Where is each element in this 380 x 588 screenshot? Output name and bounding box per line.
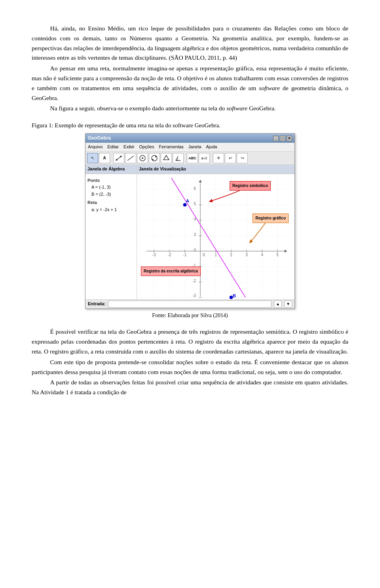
svg-text:-1: -1 [183, 253, 187, 257]
ggb-close-btn[interactable]: ✕ [287, 136, 292, 141]
paragraph-3-start: Na figura a seguir, observa-se o exemplo… [50, 105, 227, 112]
svg-text:-3: -3 [192, 293, 196, 298]
ggb-maximize-btn[interactable]: □ [280, 136, 285, 141]
menu-editar[interactable]: Editar [107, 144, 119, 151]
graph-svg: -1 -2 -3 0 1 2 3 4 5 3 4 5 [137, 174, 294, 299]
svg-text:3: 3 [245, 253, 248, 257]
paragraph-1: Há, ainda, no Ensino Médio, um rico lequ… [32, 24, 348, 63]
svg-text:3: 3 [194, 233, 196, 237]
registro-simbolico-label: Registro simbólico [230, 181, 271, 191]
svg-text:5: 5 [276, 253, 279, 257]
svg-text:5: 5 [194, 202, 196, 206]
paragraph-3-software: software [226, 105, 247, 112]
svg-text:-2: -2 [192, 279, 196, 283]
paragraph-2: Ao pensar em uma reta, normalmente imagi… [32, 64, 348, 103]
figure-source: Fonte: Elaborada por Silva (2014) [32, 311, 348, 320]
svg-point-7 [152, 159, 154, 161]
tool-undo[interactable]: ↩ [225, 153, 236, 163]
viz-panel-header: Janela de Visualização [137, 165, 294, 174]
entrada-label: Entrada: [88, 301, 106, 308]
ggb-statusbar: Entrada: ▲ ▼ [86, 299, 294, 308]
ggb-titlebar: GeoGebra _ □ ✕ [86, 134, 294, 143]
tool-circle2[interactable] [149, 153, 160, 163]
svg-point-1 [116, 159, 118, 161]
menu-opcoes[interactable]: Opções [139, 144, 154, 151]
menu-janela[interactable]: Janela [188, 144, 201, 151]
tool-move[interactable]: ✛ [213, 153, 224, 163]
ggb-toolbar: ↖ A [86, 152, 294, 165]
svg-text:0: 0 [194, 248, 196, 252]
svg-point-5 [142, 157, 143, 159]
svg-text:4: 4 [261, 253, 263, 257]
entrada-input[interactable] [108, 301, 272, 308]
menu-exibir[interactable]: Exibir [124, 144, 135, 151]
ggb-menubar: Arquivo Editar Exibir Opções Ferramentas… [86, 143, 294, 152]
paragraph-2-software: software [259, 85, 280, 91]
svg-line-3 [127, 156, 134, 161]
tool-circle[interactable] [137, 153, 148, 163]
entrada-up-btn[interactable]: ▲ [274, 301, 282, 308]
ggb-algebra-panel: Janela de Álgebra Ponto A = (-1, 3) B = … [86, 165, 137, 299]
svg-text:A: A [186, 199, 189, 203]
tool-cursor[interactable]: ↖ [87, 153, 98, 163]
registro-escrita-label: Registro da escrita algébrica [141, 267, 201, 276]
paragraph-3-end: GeoGebra. [247, 105, 276, 112]
algebra-reta-a: a: y = -2x + 1 [87, 206, 135, 214]
algebra-panel-header: Janela de Álgebra [86, 165, 137, 174]
svg-text:B: B [233, 293, 236, 298]
svg-text:6: 6 [194, 186, 196, 191]
algebra-panel-label: Janela de Álgebra [87, 166, 125, 173]
algebra-point-b: B = (2, -3) [87, 191, 135, 198]
ggb-visualization-panel: Janela de Visualização [137, 165, 294, 299]
ggb-graph: -1 -2 -3 0 1 2 3 4 5 3 4 5 [137, 174, 294, 299]
algebra-section-reta: Reta [87, 199, 135, 206]
svg-point-8 [155, 156, 157, 157]
tool-abc[interactable]: ABC [187, 153, 198, 163]
svg-text:1: 1 [215, 253, 217, 257]
svg-point-50 [230, 296, 233, 299]
menu-ajuda[interactable]: Ajuda [206, 144, 217, 151]
page: Há, ainda, no Ensino Médio, um rico lequ… [32, 24, 348, 397]
ggb-main: Janela de Álgebra Ponto A = (-1, 3) B = … [86, 165, 294, 299]
ggb-minimize-btn[interactable]: _ [273, 136, 279, 141]
figure-container: Figura 1: Exemplo de representação de um… [32, 121, 348, 320]
ggb-title: GeoGebra [88, 134, 111, 142]
tool-line1[interactable] [113, 153, 124, 163]
menu-ferramentas[interactable]: Ferramentas [159, 144, 183, 151]
tool-a2[interactable]: a=2 [199, 153, 210, 163]
paragraph-4: É possível verificar na tela do GeoGebra… [32, 327, 348, 356]
tool-a[interactable]: A [99, 153, 110, 163]
geogebra-window: GeoGebra _ □ ✕ Arquivo Editar Exibir Opç… [85, 133, 295, 309]
svg-point-2 [120, 156, 122, 157]
svg-rect-11 [139, 174, 293, 299]
svg-text:-3: -3 [152, 253, 156, 257]
registro-grafico-label: Registro gráfico [253, 214, 289, 223]
entrada-down-btn[interactable]: ▼ [284, 301, 292, 308]
svg-text:0: 0 [203, 253, 205, 257]
svg-point-48 [183, 203, 186, 206]
menu-arquivo[interactable]: Arquivo [88, 144, 103, 151]
svg-text:2: 2 [230, 253, 232, 257]
algebra-section-ponto: Ponto [87, 177, 135, 184]
algebra-point-a: A = (-1, 3) [87, 184, 135, 191]
tool-angle[interactable] [173, 153, 184, 163]
paragraph-6: A partir de todas as observações feitas … [32, 378, 348, 397]
figure-caption: Figura 1: Exemplo de representação de um… [32, 121, 348, 130]
tool-polygon[interactable] [161, 153, 172, 163]
algebra-content: Ponto A = (-1, 3) B = (2, -3) Reta a: y … [86, 174, 137, 215]
tool-line2[interactable] [125, 153, 136, 163]
viz-panel-label: Janela de Visualização [139, 166, 186, 171]
paragraph-3: Na figura a seguir, observa-se o exemplo… [32, 104, 348, 113]
svg-text:-2: -2 [168, 253, 171, 257]
paragraph-5: Com este tipo de proposta pretende-se co… [32, 357, 348, 377]
svg-marker-9 [163, 155, 169, 160]
tool-redo[interactable]: ↪ [237, 153, 248, 163]
ggb-titlebar-buttons: _ □ ✕ [273, 136, 292, 141]
